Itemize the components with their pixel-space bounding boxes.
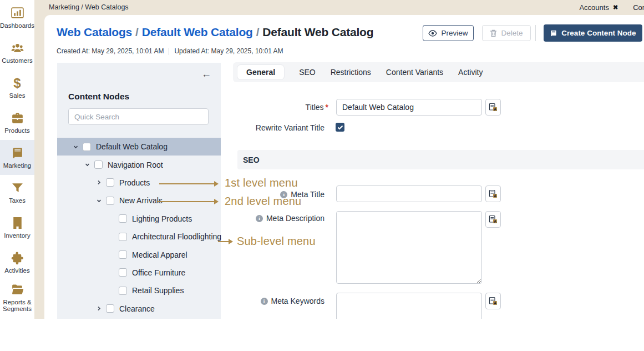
tree-node[interactable]: Products (57, 174, 221, 192)
sidebar-item-label: Customers (2, 57, 33, 64)
tab-restrictions[interactable]: Restrictions (331, 68, 371, 77)
delete-button[interactable]: Delete (482, 25, 531, 41)
title-separator: / (132, 26, 142, 38)
created-at: Created At: May 29, 2025, 10:01 AM (57, 47, 164, 55)
chevron-right-icon[interactable] (96, 179, 102, 185)
create-content-node-button[interactable]: Create Content Node (544, 24, 642, 42)
chevron-down-icon[interactable] (96, 198, 102, 204)
sidebar-item-inventory[interactable]: Inventory (0, 210, 34, 245)
sidebar-item-sales[interactable]: $ Sales (0, 70, 34, 105)
tree-node[interactable]: Navigation Root (57, 156, 221, 173)
required-asterisk: * (326, 103, 328, 112)
translation-icon: A (489, 215, 498, 224)
tree-node[interactable]: Architectural Floodlighting (57, 228, 221, 245)
info-icon[interactable] (256, 215, 263, 222)
pinned-tab-truncated[interactable]: Con (633, 3, 644, 12)
chevron-down-icon[interactable] (73, 144, 79, 150)
translation-icon: A (489, 103, 498, 112)
tree-panel-title: Content Nodes (68, 92, 129, 102)
node-checkbox[interactable] (106, 304, 114, 313)
title-link-default-web-catalog[interactable]: Default Web Catalog (142, 26, 253, 38)
tree-node[interactable]: Retail Supplies (57, 282, 221, 299)
puzzle-icon (10, 251, 24, 265)
sidebar-item-reports-segments[interactable]: Reports & Segments (0, 280, 34, 315)
annotation-arrow-2nd-level (157, 201, 217, 202)
close-icon[interactable]: ✖ (613, 4, 618, 11)
tree-node[interactable]: Office Furniture (57, 264, 221, 282)
node-checkbox[interactable] (119, 287, 127, 295)
annotation-arrow-sub-level (218, 241, 232, 242)
node-checkbox[interactable] (119, 233, 127, 241)
node-checkbox[interactable] (83, 143, 91, 151)
quick-search-input[interactable] (68, 108, 209, 125)
sidebar-item-customers[interactable]: Customers (0, 35, 34, 70)
open-folder-icon (10, 283, 24, 297)
sidebar-item-activities[interactable]: Activities (0, 245, 34, 280)
content-nodes-tree: Default Web Catalog Navigation Root Prod… (57, 138, 221, 318)
page-title: Web Catalogs/Default Web Catalog/Default… (57, 26, 373, 39)
sidebar-item-label: Taxes (9, 197, 26, 204)
funnel-icon (10, 181, 24, 195)
meta-keywords-translation-button[interactable]: A (485, 293, 501, 309)
rewrite-variant-title-checkbox[interactable] (336, 123, 344, 132)
tree-node[interactable]: Medical Apparel (57, 245, 221, 263)
titles-label: Titles* (233, 103, 328, 112)
eye-icon (428, 30, 437, 37)
annotation-arrow-1st-level (159, 183, 217, 184)
page-card: Web Catalogs/Default Web Catalog/Default… (44, 15, 644, 319)
chevron-right-icon[interactable] (96, 305, 102, 312)
main-nav-sidebar: Dashboards Customers $ Sales Products Ma… (0, 0, 34, 319)
record-meta: Created At: May 29, 2025, 10:01 AM Updat… (57, 47, 283, 55)
node-checkbox[interactable] (106, 197, 114, 205)
node-checkbox[interactable] (94, 161, 103, 169)
tab-activity[interactable]: Activity (458, 68, 483, 77)
sidebar-item-products[interactable]: Products (0, 105, 34, 140)
sidebar-item-marketing[interactable]: Marketing (0, 140, 34, 175)
briefcase-icon (10, 111, 24, 126)
pinned-tab-accounts[interactable]: Accounts (579, 3, 608, 12)
sidebar-item-label: Products (4, 127, 29, 134)
meta-description-textarea[interactable] (336, 211, 482, 284)
titles-input[interactable] (336, 99, 482, 116)
svg-text:A: A (494, 107, 496, 111)
dollar-sign-icon: $ (10, 76, 24, 91)
node-checkbox[interactable] (119, 214, 127, 223)
tree-node[interactable]: Clearance (57, 300, 221, 318)
meta-title-input[interactable] (336, 185, 482, 202)
sidebar-item-label: Dashboards (0, 22, 34, 29)
sidebar-item-dashboards[interactable]: Dashboards (0, 0, 34, 35)
title-link-web-catalogs[interactable]: Web Catalogs (57, 26, 132, 38)
content-nodes-panel: ← Content Nodes Default Web Catalog Navi… (57, 63, 221, 319)
meta-divider (169, 48, 169, 55)
seo-section-header: SEO (237, 150, 644, 169)
rewrite-variant-title-label: Rewrite Variant Title (233, 123, 324, 132)
node-checkbox[interactable] (119, 250, 127, 259)
sidebar-item-label: Activities (4, 267, 29, 274)
book-icon (10, 146, 24, 161)
updated-at: Updated At: May 29, 2025, 10:01 AM (174, 47, 283, 55)
pinned-tabs: Accounts ✖ Con (579, 3, 644, 12)
tab-content-variants[interactable]: Content Variants (386, 68, 443, 77)
title-current: Default Web Catalog (262, 26, 373, 38)
annotation-2nd-level: 2nd level menu (225, 195, 301, 208)
title-separator: / (253, 26, 263, 38)
tree-node[interactable]: Lighting Products (57, 210, 221, 228)
chevron-down-icon[interactable] (84, 162, 90, 168)
titles-translation-button[interactable]: A (485, 99, 501, 116)
info-icon[interactable] (261, 298, 268, 305)
preview-button[interactable]: Preview (423, 25, 474, 41)
meta-title-translation-button[interactable]: A (485, 185, 501, 202)
tree-node[interactable]: Default Web Catalog (57, 138, 221, 156)
meta-description-translation-button[interactable]: A (485, 211, 501, 228)
node-checkbox[interactable] (106, 178, 114, 187)
sidebar-item-taxes[interactable]: Taxes (0, 175, 34, 210)
node-checkbox[interactable] (119, 268, 127, 277)
tab-general[interactable]: General (237, 65, 284, 79)
building-icon (10, 216, 24, 230)
sidebar-item-label: Reports & Segments (0, 299, 34, 312)
tab-seo[interactable]: SEO (299, 68, 316, 77)
meta-keywords-textarea[interactable] (336, 293, 482, 319)
trash-icon (490, 29, 497, 37)
collapse-panel-arrow-icon[interactable]: ← (201, 68, 211, 80)
app-window: Dashboards Customers $ Sales Products Ma… (0, 0, 644, 351)
